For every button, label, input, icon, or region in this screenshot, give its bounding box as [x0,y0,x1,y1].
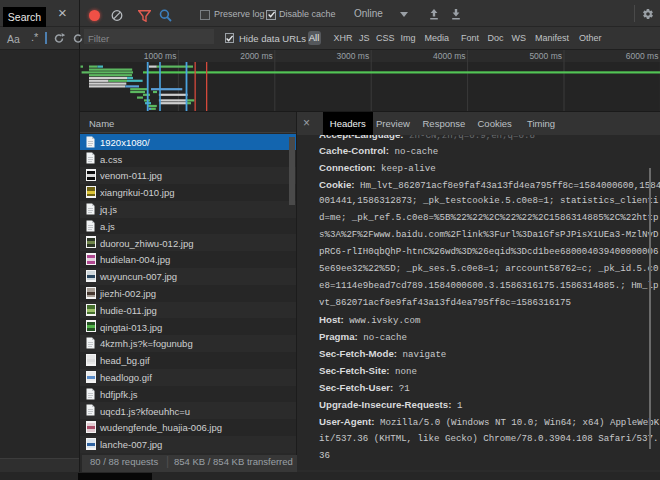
svg-text:2000 ms: 2000 ms [240,51,273,61]
svg-text:6000 ms: 6000 ms [626,51,659,61]
svg-text:5000 ms: 5000 ms [529,51,562,61]
svg-text:4000 ms: 4000 ms [433,51,466,61]
svg-text:1000 ms: 1000 ms [144,51,177,61]
svg-text:3000 ms: 3000 ms [337,51,370,61]
